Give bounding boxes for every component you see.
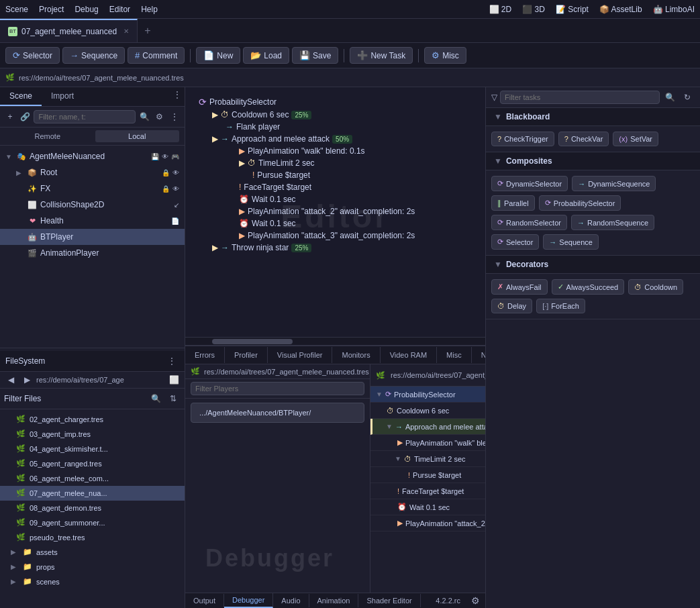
fs-item-1[interactable]: 🌿 03_agent_imp.tres [0,427,185,442]
misc-btn[interactable]: ⚙ Misc [424,47,466,64]
fs-item-4[interactable]: 🌿 06_agent_melee_com... [0,471,185,486]
tree-item-root[interactable]: ▶ 📦 Root 🔒 👁 [0,164,185,181]
debug-row-3[interactable]: ▶ PlayAnimation "walk" blend: 0.1s ✓ 0.0… [370,435,485,451]
bt-row-playanim-attack3[interactable]: ▶ PlayAnimation "attack_3" await_complet… [196,230,474,242]
tree-item-collision[interactable]: ▶ ⬜ CollisionShape2D ↙ [0,197,185,213]
view-assetlib[interactable]: 📦 AssetLib [599,5,642,14]
bt-row-wait2[interactable]: ⏰ Wait 0.1 sec [196,217,474,230]
scene-menu-btn[interactable]: ⋮ [170,87,185,102]
view-2d[interactable]: ⬜ 2D [489,5,512,14]
debug-filter-input[interactable] [191,382,364,395]
fs-item-0[interactable]: 🌿 02_agent_charger.tres [0,412,185,427]
fs-item-8[interactable]: 🌿 pseudo_tree.tres [0,530,185,545]
fs-back-btn[interactable]: ◀ [4,373,17,387]
fs-item-5[interactable]: 🌿 07_agent_melee_nua... [0,486,185,501]
bb-filter-input[interactable] [500,91,660,104]
fs-item-7[interactable]: 🌿 09_agent_summoner... [0,515,185,530]
bb-btn-parallel[interactable]: ‖ Parallel [491,195,535,211]
debug-row-7[interactable]: ⏰ Wait 0.1 sec 0.00 [370,499,485,515]
fs-search-icon[interactable]: 🔍 [148,391,163,406]
fs-folder-assets[interactable]: ▶ 📁 assets [0,545,185,560]
bb-btn-delay[interactable]: ⏱ Delay [491,299,532,313]
sequence-btn[interactable]: → Sequence [62,47,125,64]
menu-scene[interactable]: Scene [5,5,28,14]
bb-btn-checktrigger[interactable]: ? CheckTrigger [491,132,554,146]
bb-btn-selector[interactable]: ⟳ Selector [491,234,539,250]
tab-scene[interactable]: Scene [0,87,42,106]
settings-icon[interactable]: ⚙ [466,595,485,606]
output-tab-debugger[interactable]: Debugger [224,593,273,608]
bt-row-facetarget[interactable]: ! FaceTarget $target [196,181,474,193]
editor-tab-bt[interactable]: BT 07_agent_melee_nuanced ✕ [0,19,138,42]
bt-row-playanim-attack2[interactable]: ▶ PlayAnimation "attack_2" await_complet… [196,205,474,217]
load-btn[interactable]: 📂 Load [243,47,289,64]
scroll-thumb[interactable] [212,339,293,344]
fs-item-3[interactable]: 🌿 05_agent_ranged.tres [0,456,185,471]
bb-section-toggle-0[interactable]: ▼ [494,112,502,121]
debug-player-btn[interactable]: .../AgentMeleeNuanced/BTPlayer/ [191,403,364,423]
fs-menu-btn[interactable]: ⋮ [164,354,179,368]
tab-misc[interactable]: Misc [437,347,472,363]
bt-row-timelimit[interactable]: ▶ ⏱ TimeLimit 2 sec [196,157,474,169]
bb-btn-checkvar[interactable]: ? CheckVar [558,132,609,146]
bb-btn-dynsequence[interactable]: → DynamicSequence [572,176,656,191]
scene-search-icon[interactable]: 🔍 [138,109,150,124]
tab-profiler[interactable]: Profiler [225,347,268,363]
bt-row-playanim-walk[interactable]: ▶ PlayAnimation "walk" blend: 0.1s [196,145,474,157]
debug-row-6[interactable]: ! FaceTarget $target 0.00 [370,483,485,499]
bt-row-ninja[interactable]: ▶ → Throw ninja star 25% [196,242,474,254]
tab-monitors[interactable]: Monitors [332,347,380,363]
scene-filter-input[interactable] [34,110,136,123]
bb-btn-alwayssucceed[interactable]: ✓ AlwaysSucceed [552,279,625,295]
comment-btn[interactable]: # Comment [128,47,185,64]
debug-row-1[interactable]: ⏱ Cooldown 6 sec 0.00 [370,403,485,419]
bb-btn-randselector[interactable]: ⟳ RandomSelector [491,215,567,230]
tree-item-anim[interactable]: ▶ 🎬 AnimationPlayer [0,245,185,261]
new-btn[interactable]: 📄 New [196,47,240,64]
bb-btn-sequence[interactable]: → Sequence [543,234,599,250]
selector-btn[interactable]: ⟳ Selector [5,47,60,64]
fs-sort-icon[interactable]: ⇅ [166,391,181,406]
output-tab-output[interactable]: Output [185,594,224,607]
fs-toggle-btn[interactable]: ⬜ [167,373,181,387]
debug-row-2[interactable]: ▼ → Approach and melee attack ⏱ 0.38 [370,419,485,435]
scene-settings-icon[interactable]: ⚙ [154,109,166,124]
tree-item-btplayer[interactable]: ▶ 🤖 BTPlayer [0,229,185,245]
editor-scrollbar[interactable] [185,337,485,345]
fs-item-2[interactable]: 🌿 04_agent_skirmisher.t... [0,442,185,456]
menu-help[interactable]: Help [141,5,158,14]
bb-btn-cooldown-deco[interactable]: ⏱ Cooldown [628,279,683,295]
local-btn[interactable]: Local [95,130,180,142]
bb-btn-foreach[interactable]: [·] ForEach [536,299,585,313]
bt-row-flank[interactable]: → Flank player [196,121,474,133]
bb-btn-dynselector[interactable]: ⟳ DynamicSelector [491,176,568,191]
tab-visual-profiler[interactable]: Visual Profiler [268,347,333,363]
output-tab-shader[interactable]: Shader Editor [358,594,420,607]
bb-search-icon[interactable]: 🔍 [662,90,677,105]
tab-import[interactable]: Import [42,87,83,106]
fs-forward-btn[interactable]: ▶ [20,373,34,387]
bb-refresh-icon[interactable]: ↻ [680,90,695,105]
menu-project[interactable]: Project [39,5,64,14]
tab-close-btn[interactable]: ✕ [123,28,129,35]
menu-debug[interactable]: Debug [74,5,98,14]
tree-item-fx[interactable]: ▶ ✨ FX 🔒 👁 [0,181,185,197]
output-tab-animation[interactable]: Animation [309,594,359,607]
view-limboai[interactable]: 🤖 LimboAI [653,5,695,14]
bt-row-wait1[interactable]: ⏰ Wait 0.1 sec [196,193,474,205]
fs-folder-scenes[interactable]: ▶ 📁 scenes [0,574,185,589]
tree-item-health[interactable]: ▶ ❤ Health 📄 [0,213,185,229]
bb-btn-randsequence[interactable]: → RandomSequence [571,215,654,230]
debug-row-5[interactable]: ! Pursue $target ⏱ 0.38 [370,467,485,483]
bb-btn-alwaysfail[interactable]: ✗ AlwaysFail [491,279,548,295]
remote-btn[interactable]: Remote [5,130,90,142]
new-task-btn[interactable]: ➕ New Task [350,47,413,64]
bb-btn-probselector[interactable]: ⟳ ProbabilitySelector [539,195,621,211]
bb-section-toggle-1[interactable]: ▼ [494,156,502,166]
save-btn[interactable]: 💾 Save [292,47,338,64]
tree-item-agentmelenuanced[interactable]: ▼ 🎭 AgentMeleeNuanced 💾 👁 🎮 [0,148,185,164]
bb-btn-setvar[interactable]: (x) SetVar [613,132,658,146]
tab-network-profiler[interactable]: Network Profiler [472,347,485,363]
bt-row-approach[interactable]: ▶ → Approach and melee attack 50% [196,133,474,145]
debug-row-8[interactable]: ▶ PlayAnimation "attack_2" await_complet… [370,515,485,531]
